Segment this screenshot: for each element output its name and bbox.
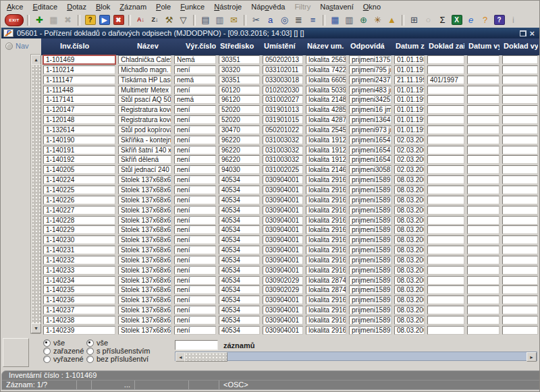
table-cell[interactable]: prijmeni973 jme [349, 125, 392, 134]
table-cell[interactable]: lokalita 4287 [306, 115, 346, 124]
table-cell[interactable]: 1-140237 [43, 306, 115, 314]
table-cell[interactable]: prijmeni1364 jm [349, 115, 392, 124]
table-cell[interactable] [427, 86, 464, 94]
table-cell[interactable] [467, 276, 500, 285]
table-cell[interactable]: 96220 [219, 136, 260, 144]
table-cell[interactable]: 01.01.1994 [394, 86, 425, 94]
table-cell[interactable]: Stolek 137x68x69 s [118, 296, 171, 304]
table-cell[interactable]: prijmeni1589 jm [349, 285, 392, 294]
table-cell[interactable]: nemá [174, 76, 216, 84]
insert-record-icon[interactable]: ✚ [33, 13, 46, 26]
table-cell[interactable]: 94030 [219, 165, 260, 174]
table-cell[interactable] [467, 65, 500, 74]
table-cell[interactable] [467, 326, 500, 335]
vertical-scrollbar-thumb[interactable] [31, 64, 41, 325]
table-cell[interactable]: není [174, 246, 216, 254]
table-cell[interactable] [467, 246, 500, 254]
table-cell[interactable]: není [174, 276, 216, 285]
table-cell[interactable]: 01.01.1994 [394, 115, 425, 124]
table-cell[interactable]: lokalita 2874 [306, 276, 346, 285]
table-cell[interactable]: není [174, 266, 216, 275]
table-cell[interactable]: není [174, 296, 216, 304]
table-cell[interactable]: Skříň dělená [118, 155, 171, 164]
table-cell[interactable]: není [174, 65, 216, 74]
table-cell[interactable]: 1-117141 [43, 95, 115, 104]
table-cell[interactable]: 40534 [219, 306, 260, 314]
table-cell[interactable]: lokalita 2916 [306, 316, 346, 325]
globe-icon[interactable]: ⊕ [357, 13, 370, 26]
table-cell[interactable]: není [174, 186, 216, 194]
table-cell[interactable]: 40534 [219, 216, 260, 225]
table-cell[interactable]: 40534 [219, 235, 260, 244]
table-cell[interactable] [467, 86, 500, 94]
table-cell[interactable]: prijmeni1375 jm [349, 55, 392, 64]
table-cell[interactable] [427, 276, 464, 285]
table-cell[interactable] [502, 155, 538, 164]
table-cell[interactable]: lokalita 2916 [306, 235, 346, 244]
table-cell[interactable] [427, 165, 464, 174]
menu-item-nastaveni[interactable]: Nastavení [315, 2, 358, 11]
table-cell[interactable]: 030904001 [263, 256, 303, 264]
table-cell[interactable]: lokalita 1912 [306, 146, 346, 155]
table-cell[interactable] [467, 206, 500, 215]
table-cell[interactable]: Stůl pod kopírovací [118, 125, 171, 134]
table-cell[interactable] [467, 95, 500, 104]
table-cell[interactable] [427, 146, 464, 155]
print-preview-icon[interactable]: ▥ [213, 13, 226, 26]
table-cell[interactable]: není [174, 196, 216, 204]
table-cell[interactable] [467, 186, 500, 194]
table-cell[interactable]: 1-120147 [43, 105, 115, 114]
table-cell[interactable]: Chladnička Calex 1 [118, 55, 171, 64]
table-cell[interactable] [427, 206, 464, 215]
table-cell[interactable]: 1-140236 [43, 296, 115, 304]
radio-accessories-vse[interactable]: vše [86, 339, 150, 347]
table-cell[interactable]: 40534 [219, 206, 260, 215]
table-cell[interactable]: Stolek 137x68x69 s [118, 256, 171, 264]
exit-button[interactable]: EXIT [5, 14, 24, 26]
mountain-icon[interactable]: ▲ [385, 13, 398, 26]
table-cell[interactable]: 02.03.2000 [394, 165, 425, 174]
sort-ascending-icon[interactable]: A↓ [134, 13, 147, 26]
table-cell[interactable]: lokalita 6605 [306, 76, 346, 84]
table-cell[interactable]: Stůl jednací 240 x 1 [118, 165, 171, 174]
context-help-icon[interactable]: ? [493, 13, 506, 26]
font-icon[interactable]: a [264, 13, 277, 26]
table-cell[interactable]: není [174, 155, 216, 164]
table-cell[interactable]: 031003032 [263, 155, 303, 164]
table-cell[interactable]: 96120 [219, 95, 260, 104]
table-cell[interactable]: není [174, 285, 216, 294]
table-cell[interactable]: 40534 [219, 326, 260, 335]
table-cell[interactable]: 08.03.2000 [394, 285, 425, 294]
table-cell[interactable]: lokalita 2874 [306, 285, 346, 294]
table-cell[interactable]: 21.11.1997 [394, 76, 425, 84]
print-icon[interactable]: ▤ [199, 13, 212, 26]
radio-icon[interactable] [86, 339, 94, 347]
table-cell[interactable]: 1-140230 [43, 235, 115, 244]
table-cell[interactable]: prijmeni1589 jm [349, 196, 392, 204]
table-cell[interactable]: 02.03.2000 [394, 146, 425, 155]
table-cell[interactable]: Michadlo magn. Mor [118, 65, 171, 74]
table-cell[interactable]: 08.03.2000 [394, 186, 425, 194]
table-cell[interactable]: nemá [174, 95, 216, 104]
table-cell[interactable]: prijmeni1589 jm [349, 235, 392, 244]
table-cell[interactable]: 030904001 [263, 306, 303, 314]
radio-icon[interactable] [86, 356, 94, 363]
browser-icon[interactable]: e [464, 13, 477, 26]
table-cell[interactable]: 030904001 [263, 196, 303, 204]
table-cell[interactable]: Registratura kovová [118, 115, 171, 124]
table-cell[interactable]: 1-140231 [43, 246, 115, 254]
table-cell[interactable]: 401/1997 [427, 76, 464, 84]
table-cell[interactable] [502, 125, 538, 134]
table-cell[interactable] [427, 136, 464, 144]
table-cell[interactable]: Stolek 137x68x69 [118, 196, 171, 204]
table-cell[interactable]: 40534 [219, 196, 260, 204]
table-cell[interactable]: Stolek 137x68x69 s [118, 326, 171, 335]
table-cell[interactable]: není [174, 225, 216, 234]
table-cell[interactable]: 030904001 [263, 186, 303, 194]
table-cell[interactable]: 08.03.2000 [394, 235, 425, 244]
scroll-up-icon[interactable]: ▲ [31, 55, 41, 65]
table-cell[interactable]: prijmeni1589 jm [349, 316, 392, 325]
table-cell[interactable]: 1-140239 [43, 326, 115, 335]
table-cell[interactable]: Skříň šatní 140 x 70 [118, 146, 171, 155]
menu-item-dotaz[interactable]: Dotaz [62, 2, 91, 11]
